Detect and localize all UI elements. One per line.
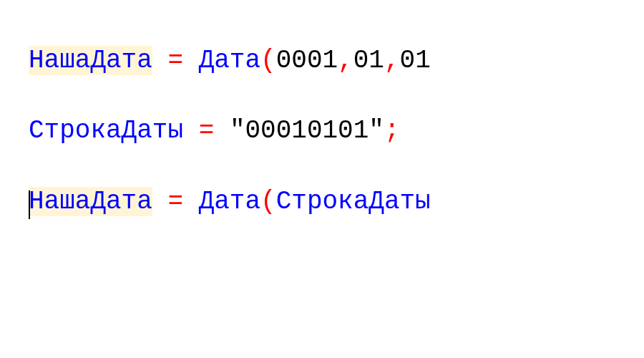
comma: , xyxy=(338,46,353,75)
variable-argument: СтрокаДаты xyxy=(276,187,431,216)
semicolon: ; xyxy=(384,116,400,145)
number-literal: 0001 xyxy=(276,46,338,75)
space xyxy=(183,187,199,216)
text-cursor xyxy=(29,190,30,219)
space xyxy=(183,46,199,75)
code-editor[interactable]: НашаДата = Дата(0001,01,01 СтрокаДаты = … xyxy=(29,43,615,315)
string-literal: "00010101" xyxy=(230,116,384,145)
code-line-3[interactable]: НашаДата = Дата(СтрокаДаты xyxy=(29,184,615,220)
operator-equals: = xyxy=(167,187,183,216)
comma: , xyxy=(384,46,400,75)
function-name: Дата xyxy=(199,187,260,216)
variable: СтрокаДаты xyxy=(29,116,183,145)
operator-equals: = xyxy=(199,116,215,145)
space xyxy=(152,46,168,75)
function-name: Дата xyxy=(199,46,260,75)
variable: НашаДата xyxy=(29,187,152,216)
variable: НашаДата xyxy=(29,46,152,75)
number-literal: 01 xyxy=(400,46,431,75)
space xyxy=(152,187,168,216)
paren-open: ( xyxy=(260,46,276,75)
space xyxy=(214,116,230,145)
paren-open: ( xyxy=(260,187,276,216)
code-line-1[interactable]: НашаДата = Дата(0001,01,01 xyxy=(29,43,615,79)
operator-equals: = xyxy=(167,46,183,75)
space xyxy=(183,116,199,145)
number-literal: 01 xyxy=(353,46,384,75)
code-line-2[interactable]: СтрокаДаты = "00010101"; xyxy=(29,113,615,149)
